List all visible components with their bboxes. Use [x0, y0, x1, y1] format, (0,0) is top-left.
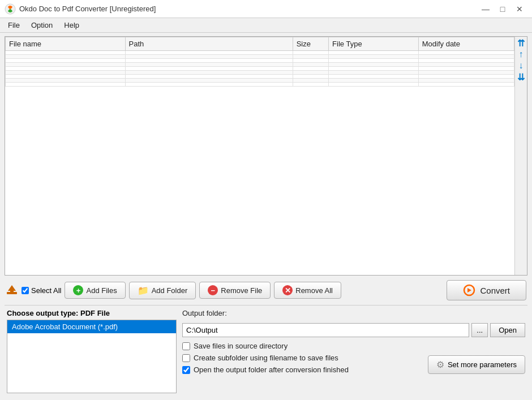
select-all-label: Select All — [31, 286, 61, 295]
add-folder-icon: 📁 — [138, 285, 149, 296]
table-row — [6, 79, 514, 83]
gear-icon: ⚙ — [436, 359, 444, 370]
action-buttons: + Add Files 📁 Add Folder − Remove File ✕… — [65, 282, 341, 299]
table-row — [6, 75, 514, 79]
table-row — [6, 83, 514, 87]
browse-button[interactable]: ... — [471, 323, 488, 337]
remove-file-label: Remove File — [221, 286, 262, 295]
remove-all-icon: ✕ — [282, 285, 293, 295]
app-logo-icon — [5, 3, 16, 15]
select-all-checkbox[interactable] — [22, 287, 29, 294]
create-subfolder-label: Create subfolder using filename to save … — [194, 354, 338, 362]
save-in-source-checkbox[interactable] — [182, 342, 190, 350]
create-subfolder-checkbox[interactable] — [182, 354, 190, 362]
create-subfolder-row: Create subfolder using filename to save … — [182, 354, 349, 362]
output-folder-panel: Output folder: ... Open Save files in so… — [182, 309, 525, 393]
upload-arrow-icon — [6, 284, 18, 296]
window-title: Okdo Doc to Pdf Converter [Unregistered] — [19, 5, 156, 13]
file-table-inner: File name Path Size File Type Modify dat… — [5, 37, 514, 275]
menu-bar: File Option Help — [0, 18, 532, 33]
save-in-source-label: Save files in source directory — [194, 342, 288, 350]
scroll-up-button[interactable]: ↑ — [516, 49, 526, 59]
output-folder-row: ... Open — [182, 323, 525, 337]
convert-button[interactable]: Convert — [447, 280, 526, 300]
title-bar-left: Okdo Doc to Pdf Converter [Unregistered] — [5, 3, 156, 15]
output-type-label: Choose output type: PDF File — [7, 309, 177, 317]
table-row — [6, 67, 514, 71]
scroll-down-button[interactable]: ↓ — [516, 61, 526, 71]
col-header-path: Path — [125, 37, 293, 51]
scroll-buttons: ⇈ ↑ ↓ ⇊ — [514, 37, 527, 275]
add-files-label: Add Files — [86, 286, 117, 295]
title-bar-controls: — □ ✕ — [478, 2, 527, 16]
upload-icon-button[interactable] — [6, 284, 18, 296]
menu-option[interactable]: Option — [25, 20, 58, 31]
title-bar: Okdo Doc to Pdf Converter [Unregistered]… — [0, 0, 532, 18]
select-all-area: Select All — [22, 286, 61, 295]
save-in-source-row: Save files in source directory — [182, 342, 349, 350]
maximize-button[interactable]: □ — [495, 2, 510, 16]
add-folder-label: Add Folder — [152, 286, 188, 295]
output-type-list[interactable]: Adobe Acrobat Document (*.pdf) — [7, 320, 177, 393]
output-folder-label: Output folder: — [182, 309, 525, 317]
open-after-label: Open the output folder after conversion … — [194, 365, 349, 374]
checkboxes-and-params: Save files in source directory Create su… — [182, 342, 525, 374]
svg-marker-2 — [8, 285, 16, 293]
output-type-panel: Choose output type: PDF File Adobe Acrob… — [7, 309, 177, 393]
toolbar-row: Select All + Add Files 📁 Add Folder − Re… — [5, 278, 527, 303]
add-files-button[interactable]: + Add Files — [65, 282, 125, 299]
output-type-item-pdf[interactable]: Adobe Acrobat Document (*.pdf) — [7, 320, 176, 333]
set-params-label: Set more parameters — [448, 360, 517, 369]
table-row — [6, 59, 514, 63]
col-header-filename: File name — [6, 37, 126, 51]
scroll-bottom-button[interactable]: ⇊ — [516, 72, 526, 82]
bottom-section: Choose output type: PDF File Adobe Acrob… — [5, 305, 527, 397]
remove-all-label: Remove All — [295, 286, 333, 295]
file-table: File name Path Size File Type Modify dat… — [5, 37, 514, 87]
minimize-button[interactable]: — — [478, 2, 494, 16]
remove-file-icon: − — [208, 285, 218, 295]
open-after-checkbox[interactable] — [182, 366, 190, 374]
convert-icon — [463, 284, 475, 296]
output-folder-input[interactable] — [182, 323, 469, 337]
table-row — [6, 55, 514, 59]
menu-help[interactable]: Help — [58, 20, 85, 31]
remove-all-button[interactable]: ✕ Remove All — [274, 282, 341, 299]
main-content: File name Path Size File Type Modify dat… — [0, 33, 532, 400]
remove-file-button[interactable]: − Remove File — [199, 282, 271, 299]
output-type-current: PDF File — [80, 309, 110, 317]
add-files-icon: + — [73, 285, 83, 295]
col-header-modifydate: Modify date — [418, 37, 514, 51]
col-header-filetype: File Type — [329, 37, 419, 51]
convert-label: Convert — [480, 286, 510, 295]
close-button[interactable]: ✕ — [512, 2, 527, 16]
menu-file[interactable]: File — [2, 20, 25, 31]
checkboxes-col: Save files in source directory Create su… — [182, 342, 349, 374]
add-folder-button[interactable]: 📁 Add Folder — [129, 282, 196, 299]
table-row — [6, 71, 514, 75]
col-header-size: Size — [293, 37, 328, 51]
scroll-top-button[interactable]: ⇈ — [516, 38, 526, 48]
set-params-button[interactable]: ⚙ Set more parameters — [428, 355, 525, 374]
open-button[interactable]: Open — [490, 323, 525, 337]
table-row — [6, 51, 514, 55]
table-row — [6, 63, 514, 67]
file-table-container: File name Path Size File Type Modify dat… — [5, 36, 527, 276]
open-after-row: Open the output folder after conversion … — [182, 365, 349, 374]
